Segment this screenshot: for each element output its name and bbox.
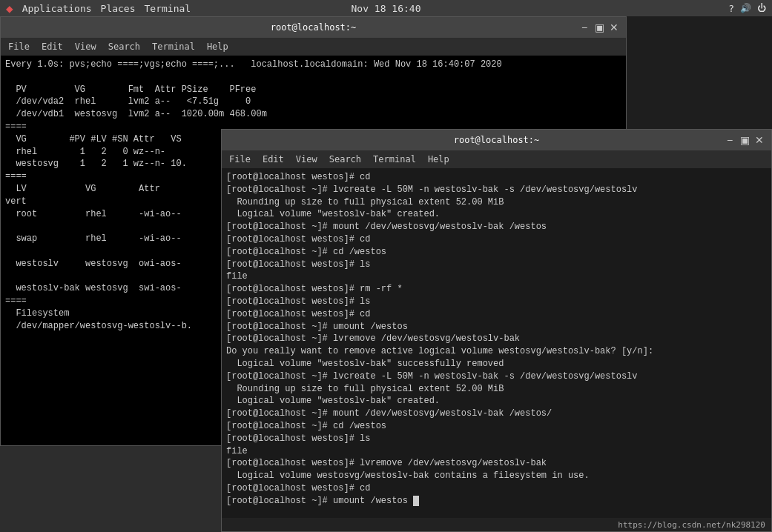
terminal1-title: root@localhost:~ [271,22,357,33]
minimize-button-1[interactable]: − [578,21,590,33]
terminal-window-2: root@localhost:~ − ▣ ✕ File Edit View Se… [221,129,772,532]
menu-terminal-2[interactable]: Terminal [369,153,420,166]
applications-menu[interactable]: Applications [22,3,92,14]
menu-search-1[interactable]: Search [104,40,145,53]
menu-edit-2[interactable]: Edit [258,153,288,166]
menu-file-2[interactable]: File [225,153,255,166]
terminal2-statusbar: https://blog.csdn.net/nk298120 [222,518,771,531]
fedora-icon: ◆ [6,1,13,16]
status-url: https://blog.csdn.net/nk298120 [618,520,765,530]
places-menu[interactable]: Places [101,3,136,14]
menu-help-1[interactable]: Help [202,40,233,53]
volume-icon[interactable]: 🔊 [740,3,751,13]
datetime: Nov 18 16:40 [352,3,421,14]
maximize-button-2[interactable]: ▣ [739,134,750,146]
terminal2-title: root@localhost:~ [454,135,540,145]
menu-view-2[interactable]: View [291,153,322,166]
help-icon[interactable]: ? [728,3,734,14]
menu-search-2[interactable]: Search [325,153,366,166]
menu-file-1[interactable]: File [4,40,34,53]
terminal-menu[interactable]: Terminal [145,3,191,14]
terminal1-menubar: File Edit View Search Terminal Help [1,38,626,56]
terminal2-content[interactable]: [root@localhost westos]# cd [root@localh… [222,168,771,518]
menu-help-2[interactable]: Help [423,153,454,166]
terminal-cursor [413,496,419,506]
terminal1-titlebar: root@localhost:~ − ▣ ✕ [1,17,626,38]
terminal2-titlebar: root@localhost:~ − ▣ ✕ [222,130,771,150]
minimize-button-2[interactable]: − [724,134,736,146]
menu-edit-1[interactable]: Edit [37,40,67,53]
close-button-1[interactable]: ✕ [608,21,620,33]
menu-view-1[interactable]: View [70,40,101,53]
maximize-button-1[interactable]: ▣ [593,21,605,33]
system-bar: ◆ Applications Places Terminal Nov 18 16… [0,0,772,16]
menu-terminal-1[interactable]: Terminal [148,40,199,53]
terminal2-menubar: File Edit View Search Terminal Help [222,150,771,168]
power-icon[interactable]: ⏻ [757,3,766,13]
close-button-2[interactable]: ✕ [753,134,765,146]
